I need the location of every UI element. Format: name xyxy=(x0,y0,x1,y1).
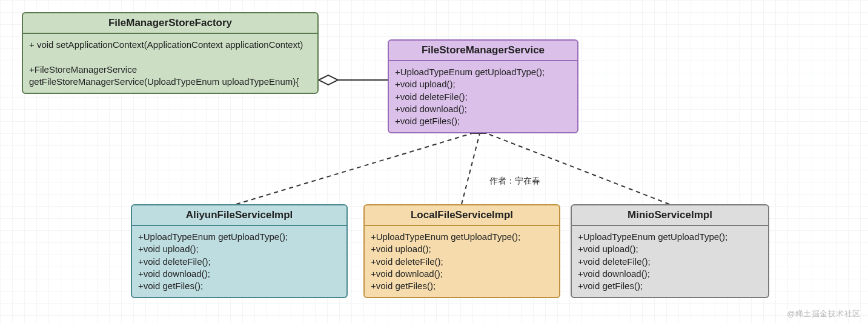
class-factory-title: FileManagerStoreFactory xyxy=(23,13,317,34)
class-service: FileStoreManagerService +UploadTypeEnum … xyxy=(388,39,578,133)
class-aliyun-members: +UploadTypeEnum getUploadType(); +void u… xyxy=(132,226,346,297)
class-minio-members: +UploadTypeEnum getUploadType(); +void u… xyxy=(572,226,768,297)
class-local: LocalFileServiceImpl +UploadTypeEnum get… xyxy=(363,204,560,298)
class-factory: FileManagerStoreFactory + void setApplic… xyxy=(22,12,319,94)
realization-minio xyxy=(483,132,669,204)
svg-marker-0 xyxy=(319,75,338,85)
realization-aliyun xyxy=(236,132,476,204)
class-aliyun: AliyunFileServiceImpl +UploadTypeEnum ge… xyxy=(131,204,348,298)
class-service-title: FileStoreManagerService xyxy=(389,41,577,61)
aggregation-line xyxy=(319,75,388,85)
class-service-members: +UploadTypeEnum getUploadType(); +void u… xyxy=(389,61,577,132)
class-minio-title: MinioServiceImpl xyxy=(572,205,768,226)
class-aliyun-title: AliyunFileServiceImpl xyxy=(132,205,346,226)
class-local-title: LocalFileServiceImpl xyxy=(365,205,559,226)
class-local-members: +UploadTypeEnum getUploadType(); +void u… xyxy=(365,226,559,297)
author-annotation: 作者：宁在春 xyxy=(489,176,540,187)
watermark: @稀土掘金技术社区 xyxy=(787,308,861,319)
class-minio: MinioServiceImpl +UploadTypeEnum getUplo… xyxy=(571,204,769,298)
realization-local xyxy=(462,133,480,204)
class-factory-members: + void setApplicationContext(Application… xyxy=(23,34,317,93)
